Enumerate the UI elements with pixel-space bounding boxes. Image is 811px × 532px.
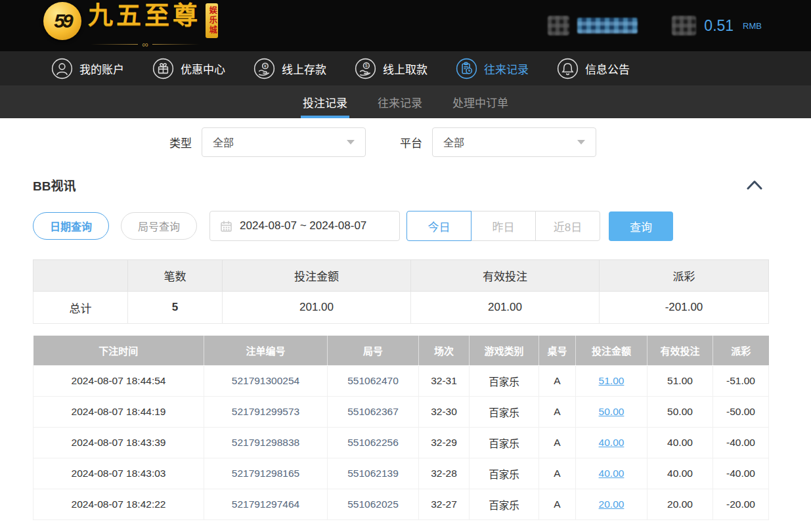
username-redacted (577, 18, 638, 33)
user-info[interactable] (548, 16, 638, 35)
nav-item-withdraw[interactable]: $ 线上取款 (355, 58, 427, 79)
records-header-row: 下注时间 注单编号 局号 场次 游戏类别 桌号 投注金额 有效投注 派彩 (33, 336, 769, 365)
summary-header-payout: 派彩 (600, 260, 769, 292)
col-header-payout: 派彩 (713, 336, 769, 365)
nav-item-announcements[interactable]: 信息公告 (557, 58, 630, 79)
tab-processing-orders[interactable]: 处理中订单 (451, 85, 510, 118)
col-header-valid-bet: 有效投注 (647, 336, 713, 365)
date-range-input[interactable]: 2024-08-07 ~ 2024-08-07 (209, 211, 400, 241)
bet-amount-link[interactable]: 40.00 (599, 437, 625, 448)
balance-currency: RMB (743, 21, 762, 31)
gift-icon (152, 58, 174, 79)
summary-table: 笔数 投注金额 有效投注 派彩 总计 5 201.00 201.00 -201.… (33, 259, 769, 324)
date-range-value: 2024-08-07 ~ 2024-08-07 (240, 219, 366, 233)
brand-badge: 娱乐城 (206, 3, 218, 38)
chevron-down-icon (347, 140, 355, 144)
col-header-session: 场次 (419, 336, 470, 365)
col-header-table: 桌号 (539, 336, 576, 365)
col-header-bet-amount: 投注金额 (576, 336, 647, 365)
today-button[interactable]: 今日 (406, 211, 471, 241)
logo-emblem-icon: 59 (43, 2, 81, 40)
chevron-down-icon (577, 140, 585, 144)
calendar-icon (220, 220, 232, 233)
summary-bet-amount: 201.00 (223, 292, 411, 324)
brand-name: 九五至尊 (88, 2, 201, 30)
nav-item-deposit[interactable]: ¥ 线上存款 (253, 58, 326, 79)
col-header-round-id: 局号 (328, 336, 419, 365)
table-row: 2024-08-07 18:44:54 521791300254 5510624… (33, 365, 769, 396)
col-header-bet-id: 注单编号 (204, 336, 328, 365)
summary-payout: -201.00 (600, 292, 769, 324)
yesterday-button[interactable]: 昨日 (471, 211, 536, 241)
summary-count: 5 (128, 292, 223, 324)
platform-filter-label: 平台 (400, 134, 422, 150)
col-header-game: 游戏类别 (470, 336, 539, 365)
tab-transaction-records[interactable]: 往来记录 (376, 85, 424, 118)
logo-flourish-icon: ∞ (91, 39, 200, 49)
table-row: 2024-08-07 18:42:22 521791297464 5510620… (33, 489, 769, 520)
site-logo[interactable]: 59 九五至尊 娱乐城 ∞ (43, 2, 218, 49)
summary-valid-bet: 201.00 (411, 292, 600, 324)
summary-header-count: 笔数 (128, 260, 223, 292)
summary-total-label: 总计 (33, 292, 128, 324)
summary-header-valid-bet: 有效投注 (411, 260, 600, 292)
summary-header-empty (33, 260, 128, 292)
summary-header-bet-amount: 投注金额 (223, 260, 411, 292)
records-icon (456, 58, 477, 79)
section-head: BB视讯 (33, 177, 762, 192)
col-header-time: 下注时间 (33, 336, 204, 365)
type-select[interactable]: 全部 (202, 127, 366, 157)
round-query-button[interactable]: 局号查询 (121, 212, 197, 240)
balance-display[interactable]: 0.51 RMB (672, 16, 762, 35)
date-query-button[interactable]: 日期查询 (33, 212, 109, 240)
record-tabs: 投注记录 往来记录 处理中订单 (0, 85, 811, 118)
table-row: 2024-08-07 18:44:19 521791299573 5510623… (33, 396, 769, 427)
bell-icon (557, 58, 579, 79)
last-8-days-button[interactable]: 近8日 (535, 211, 600, 241)
user-icon (51, 58, 73, 79)
query-controls: 日期查询 局号查询 2024-08-07 ~ 2024-08-07 今日 昨日 … (33, 211, 778, 241)
filter-row: 类型 全部 平台 全部 (169, 127, 811, 157)
collapse-chevron-up-icon[interactable] (747, 180, 762, 190)
type-filter-label: 类型 (169, 134, 192, 150)
section-title: BB视讯 (33, 176, 76, 194)
search-button[interactable]: 查询 (609, 211, 673, 241)
table-row: 2024-08-07 18:43:39 521791298838 5510622… (33, 427, 769, 458)
tab-betting-records[interactable]: 投注记录 (301, 85, 349, 118)
nav-item-my-account[interactable]: 我的账户 (51, 58, 124, 79)
table-row: 2024-08-07 18:43:03 521791298165 5510621… (33, 458, 769, 489)
nav-item-promotions[interactable]: 优惠中心 (152, 58, 225, 79)
records-table: 下注时间 注单编号 局号 场次 游戏类别 桌号 投注金额 有效投注 派彩 202… (33, 336, 769, 520)
bet-amount-link[interactable]: 40.00 (599, 468, 625, 479)
bet-amount-link[interactable]: 51.00 (599, 375, 625, 386)
withdraw-icon: $ (355, 58, 376, 79)
top-header: 59 九五至尊 娱乐城 ∞ 0.51 RMB (0, 0, 811, 51)
balance-amount: 0.51 (704, 17, 734, 35)
bet-amount-link[interactable]: 50.00 (599, 406, 625, 417)
quick-date-group: 今日 昨日 近8日 (406, 211, 600, 241)
bet-amount-link[interactable]: 20.00 (599, 499, 625, 510)
svg-text:$: $ (365, 62, 368, 68)
avatar (548, 16, 569, 35)
summary-total-row: 总计 5 201.00 201.00 -201.00 (33, 292, 769, 324)
wallet-icon (672, 16, 696, 35)
platform-select[interactable]: 全部 (432, 127, 596, 157)
nav-item-records[interactable]: 往来记录 (456, 58, 529, 79)
summary-header-row: 笔数 投注金额 有效投注 派彩 (33, 260, 769, 292)
main-nav: 我的账户 优惠中心 ¥ 线上存款 $ 线上取款 往来记录 信息公告 (0, 51, 811, 85)
deposit-icon: ¥ (253, 58, 275, 79)
